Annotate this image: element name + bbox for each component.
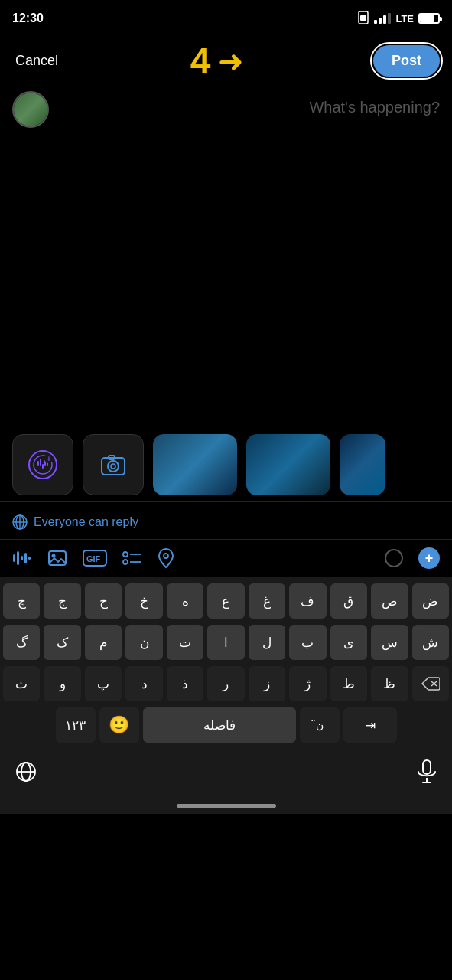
audio-media-button[interactable]: +	[12, 434, 73, 495]
key-shin[interactable]: ش	[412, 625, 449, 660]
key-se[interactable]: ث	[3, 666, 40, 701]
svg-point-30	[123, 560, 128, 564]
key-nun[interactable]: ن	[125, 625, 162, 660]
keyboard: چ ج ح خ ه ع غ ف ق ص ض گ ک م ن ت ا ل ب ی …	[0, 577, 452, 752]
emoji-key[interactable]: 🙂	[99, 707, 139, 743]
key-je[interactable]: ج	[44, 583, 80, 619]
keyboard-bottom-bar	[0, 752, 452, 804]
location-toolbar-icon	[158, 548, 174, 568]
svg-point-28	[123, 552, 128, 557]
lte-label: LTE	[395, 13, 414, 24]
backspace-icon	[421, 677, 440, 691]
key-ra[interactable]: ر	[207, 666, 244, 701]
return-key[interactable]: ⇥	[343, 707, 397, 743]
svg-point-25	[52, 554, 56, 558]
list-toolbar-button[interactable]	[122, 550, 142, 567]
progress-circle	[385, 549, 403, 567]
keyboard-row-4: ۱۲۳ 🙂 فاصله ﻥ̈ ⇥	[3, 707, 449, 743]
key-ta[interactable]: ت	[167, 625, 203, 660]
key-kaf[interactable]: ک	[44, 625, 80, 660]
annotation-area: 4 ➜	[190, 40, 245, 82]
audio-toolbar-button[interactable]	[12, 550, 32, 567]
key-ye[interactable]: ی	[330, 625, 367, 660]
key-che[interactable]: چ	[3, 583, 40, 619]
sim-icon	[357, 11, 369, 25]
home-indicator-container	[0, 804, 452, 814]
svg-rect-1	[360, 15, 366, 21]
toolbar: GIF +	[0, 540, 452, 577]
battery-icon	[418, 13, 440, 24]
avatar	[12, 91, 49, 128]
svg-text:+: +	[47, 455, 51, 463]
key-zain[interactable]: ز	[249, 666, 285, 701]
key-fa[interactable]: ف	[289, 583, 326, 619]
photo-thumbnail-3[interactable]	[340, 434, 385, 495]
key-gaf[interactable]: گ	[3, 625, 40, 660]
key-ain[interactable]: ع	[207, 583, 244, 619]
list-toolbar-icon	[122, 550, 142, 567]
camera-media-icon	[99, 450, 128, 479]
status-icons: LTE	[357, 11, 440, 25]
globe-icon	[12, 514, 28, 530]
keyboard-row-3: ث و پ د ذ ر ز ژ ط ظ	[3, 666, 449, 701]
key-alef[interactable]: ا	[207, 625, 244, 660]
annotation-number: 4	[190, 40, 211, 82]
key-mim[interactable]: م	[85, 625, 122, 660]
key-zhe[interactable]: ژ	[289, 666, 326, 701]
add-thread-button[interactable]: +	[418, 547, 440, 569]
post-button[interactable]: Post	[373, 45, 440, 77]
home-indicator	[177, 804, 276, 808]
reply-label: Everyone can reply	[34, 515, 138, 529]
svg-rect-19	[13, 554, 15, 562]
numbers-key[interactable]: ۱۲۳	[56, 707, 96, 743]
svg-text:GIF: GIF	[86, 554, 101, 564]
key-pe[interactable]: پ	[85, 666, 122, 701]
globe-keyboard-button[interactable]	[15, 761, 37, 787]
mic-keyboard-button[interactable]	[417, 760, 437, 789]
key-lam[interactable]: ل	[249, 625, 285, 660]
mic-keyboard-icon	[417, 760, 437, 784]
key-khe[interactable]: خ	[125, 583, 162, 619]
backspace-key[interactable]	[412, 666, 449, 701]
location-toolbar-button[interactable]	[158, 548, 174, 568]
audio-wave-toolbar-icon	[12, 550, 32, 567]
photo-thumbnail-1[interactable]	[153, 434, 237, 495]
media-tray: +	[0, 428, 452, 501]
cancel-button[interactable]: Cancel	[12, 50, 61, 72]
svg-point-32	[164, 554, 168, 558]
key-za[interactable]: ظ	[371, 666, 408, 701]
gif-toolbar-button[interactable]: GIF	[83, 550, 107, 567]
key-zad[interactable]: ض	[412, 583, 449, 619]
key-ba[interactable]: ب	[289, 625, 326, 660]
key-ha[interactable]: ه	[167, 583, 203, 619]
space-key[interactable]: فاصله	[143, 707, 296, 743]
compose-placeholder[interactable]: ?What's happening	[58, 91, 440, 183]
status-time: 12:30	[12, 11, 44, 25]
reply-settings[interactable]: Everyone can reply	[0, 501, 452, 540]
status-bar: 12:30 LTE	[0, 0, 452, 34]
compose-area: ?What's happening	[0, 91, 452, 183]
key-sin[interactable]: س	[371, 625, 408, 660]
svg-rect-38	[423, 760, 431, 774]
key-vav[interactable]: و	[44, 666, 80, 701]
svg-rect-21	[21, 556, 23, 560]
top-bar: Cancel 4 ➜ Post	[0, 34, 452, 91]
svg-rect-22	[24, 553, 27, 564]
key-zal[interactable]: ذ	[167, 666, 203, 701]
annotation-arrow-icon: ➜	[218, 44, 244, 79]
key-qaf[interactable]: ق	[330, 583, 367, 619]
filter-key[interactable]: ﻥ̈	[300, 707, 340, 743]
toolbar-divider	[369, 547, 369, 569]
key-ta2[interactable]: ط	[330, 666, 367, 701]
photo-thumbnail-2[interactable]	[246, 434, 330, 495]
svg-point-13	[111, 464, 115, 469]
key-dal[interactable]: د	[125, 666, 162, 701]
svg-rect-20	[17, 551, 19, 565]
svg-rect-24	[49, 551, 66, 565]
image-toolbar-icon	[47, 550, 67, 567]
key-ghain[interactable]: غ	[249, 583, 285, 619]
image-toolbar-button[interactable]	[47, 550, 67, 567]
key-he[interactable]: ح	[85, 583, 122, 619]
key-sad[interactable]: ص	[371, 583, 408, 619]
camera-media-button[interactable]	[83, 434, 144, 495]
